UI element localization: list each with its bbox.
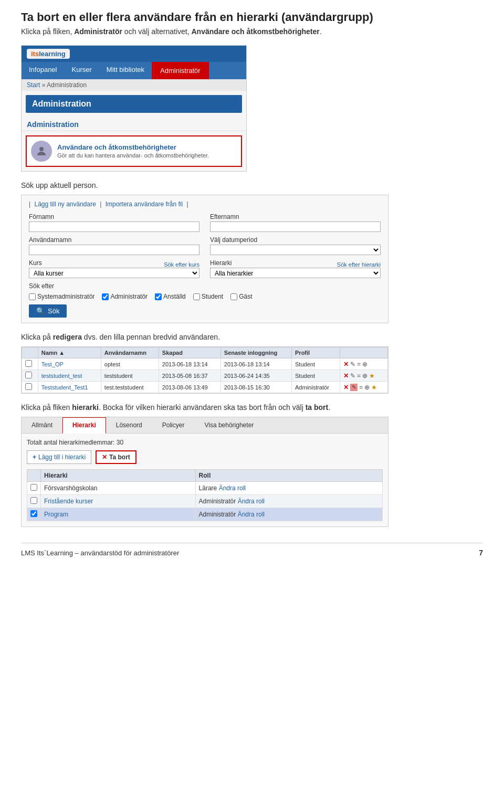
breadcrumb-home[interactable]: Start (27, 81, 40, 89)
username-label: Användarnamn (29, 236, 200, 244)
col-profile: Profil (292, 347, 340, 358)
row2-yellow-icon[interactable]: ★ (369, 372, 375, 379)
cb-student[interactable] (193, 293, 200, 300)
link-add-user[interactable]: Lägg till ny användare (34, 201, 96, 208)
link-import-user[interactable]: Importera användare från fil (106, 201, 183, 208)
row3-checkbox[interactable] (25, 383, 32, 390)
row1-edit-icon[interactable]: ✎ (350, 361, 355, 368)
sep3: | (186, 201, 188, 208)
footer-text: LMS Its`Learning – användarstöd för admi… (21, 549, 179, 557)
dateperiod-field: Välj datumperiod (210, 236, 381, 255)
remove-hierarki-button[interactable]: ✕ Ta bort (96, 450, 136, 464)
hierarki-part1: Klicka på fliken (21, 403, 72, 412)
row2-name-link[interactable]: teststudent_test (41, 373, 82, 379)
cb-admin[interactable] (102, 293, 109, 300)
nav-infopanel[interactable]: Infopanel (22, 62, 65, 79)
add-hierarki-button[interactable]: + Lägg till i hierarki (27, 450, 91, 464)
row3-username: test.teststudent (101, 382, 159, 393)
its-menu-item-users[interactable]: Användare och åtkomstbehörigheter Gör at… (26, 135, 242, 167)
hierarki-field: Hierarki Sök efter hierarki Alla hierark… (210, 259, 381, 278)
row3-link-icon[interactable]: ⊕ (364, 384, 370, 391)
row2-actions: ✕ ✎ = ⊕ ★ (340, 370, 387, 382)
breadcrumb-sep: » (40, 81, 47, 89)
row2-edit-icon[interactable]: ✎ (350, 372, 355, 379)
row2-last-login: 2013-06-24 14:35 (220, 370, 291, 382)
cb-gst[interactable] (230, 293, 237, 300)
tab-losenord[interactable]: Lösenord (106, 417, 152, 433)
dateperiod-select[interactable] (210, 245, 381, 255)
cb-student-label: Student (193, 293, 223, 300)
tab-visa-rattigheter[interactable]: Visa behörigheter (194, 417, 264, 433)
hierarki-select[interactable]: Alla hierarkier (210, 268, 381, 278)
hierarki-row3-andra-roll[interactable]: Ändra roll (238, 511, 265, 518)
link-search-hierarki[interactable]: Sök efter hierarki (337, 261, 381, 268)
separator-left: | (29, 201, 32, 208)
hierarki-label: Hierarki (210, 259, 232, 267)
page-main-title: Ta bort en eller flera användare från en… (21, 10, 483, 24)
tab-allmant[interactable]: Allmänt (22, 417, 62, 433)
hierarki-row2-checkbox[interactable] (30, 497, 37, 504)
its-menu-text: Användare och åtkomstbehörigheter Gör at… (57, 143, 209, 159)
svg-point-0 (39, 147, 44, 151)
nav-kurser[interactable]: Kurser (65, 62, 99, 79)
nav-mitt-bibliotek[interactable]: Mitt bibliotek (99, 62, 152, 79)
hierarki-row3-check (27, 508, 41, 521)
tab-hierarki[interactable]: Hierarki (62, 417, 106, 434)
nav-administrator[interactable]: Administratör (152, 62, 209, 79)
table-row: teststudent_test teststudent 2013-05-08 … (22, 370, 388, 382)
hierarki-tab-screenshot: Allmänt Hierarki Lösenord Policyer Visa … (21, 417, 388, 527)
hierarki-row3-name-link[interactable]: Program (44, 511, 68, 518)
row3-yellow-icon[interactable]: ★ (371, 384, 377, 391)
username-input[interactable] (29, 245, 200, 255)
kurs-select[interactable]: Alla kurser (29, 268, 200, 278)
row3-delete-icon[interactable]: ✕ (343, 384, 349, 391)
footer: LMS Its`Learning – användarstöd för admi… (21, 543, 483, 557)
row1-checkbox[interactable] (25, 360, 32, 367)
hierarki-row3-checkbox[interactable] (30, 510, 37, 517)
page-subtitle: Klicka på fliken, Administratör och välj… (21, 27, 483, 36)
checkbox-row: Systemadministratör Administratör Anstäl… (29, 293, 381, 300)
search-button[interactable]: 🔍 Sök (29, 304, 67, 318)
hierarki-content: Totalt antal hierarkimedlemmar: 30 + Läg… (22, 434, 388, 526)
its-section-title: Administration (22, 117, 246, 131)
row2-checkbox[interactable] (25, 372, 32, 378)
row1-copy-icon[interactable]: = (357, 361, 361, 368)
cb-anstlld[interactable] (155, 293, 162, 300)
page-number: 7 (479, 549, 483, 557)
hierarki-end: . (328, 403, 330, 412)
hierarki-row1-checkbox[interactable] (30, 484, 37, 491)
col-namn[interactable]: Namn ▲ (38, 347, 101, 358)
row3-copy-icon[interactable]: = (359, 384, 363, 391)
logo-its: its (31, 50, 39, 58)
row3-action-icons: ✕ ✎ = ⊕ ★ (343, 384, 384, 391)
row1-actions: ✕ ✎ = ⊕ (340, 358, 387, 370)
link-search-kurs[interactable]: Sök efter kurs (164, 261, 200, 268)
cb-sysadmin[interactable] (29, 293, 36, 300)
row2-copy-icon[interactable]: = (357, 372, 361, 379)
row1-link-icon[interactable]: ⊕ (362, 361, 368, 368)
row2-delete-icon[interactable]: ✕ (343, 372, 349, 379)
firstname-input[interactable] (29, 222, 200, 232)
hierarki-row1-andra-roll[interactable]: Ändra roll (219, 484, 246, 492)
tab-policyer[interactable]: Policyer (152, 417, 195, 433)
hierarki-row2-andra-roll[interactable]: Ändra roll (238, 498, 265, 505)
hierarki-row2-name-link[interactable]: Fristående kurser (44, 498, 93, 505)
row1-name-link[interactable]: Test_OP (41, 361, 64, 367)
hierarki-row1-check (27, 482, 41, 495)
firstname-label: Förnamn (29, 213, 200, 220)
row2-link-icon[interactable]: ⊕ (362, 372, 368, 379)
table-row: Teststudent_Test1 test.teststudent 2013-… (22, 382, 388, 393)
firstname-field: Förnamn (29, 213, 200, 232)
hierarki-col-check (27, 470, 41, 482)
lastname-input[interactable] (210, 222, 381, 232)
subtitle-bold2: Användare och åtkomstbehörigheter (191, 27, 319, 36)
row1-delete-icon[interactable]: ✕ (343, 361, 349, 368)
col-username: Användarnamn (101, 347, 159, 358)
cb-admin-text: Administratör (110, 293, 148, 300)
hierarki-row: Program Administratör Ändra roll (27, 508, 383, 521)
row1-checkbox-cell (22, 358, 38, 370)
row3-edit-highlight[interactable]: ✎ (350, 384, 358, 391)
cb-admin-label: Administratör (102, 293, 148, 300)
sep2: | (100, 201, 103, 208)
row3-name-link[interactable]: Teststudent_Test1 (41, 384, 88, 391)
